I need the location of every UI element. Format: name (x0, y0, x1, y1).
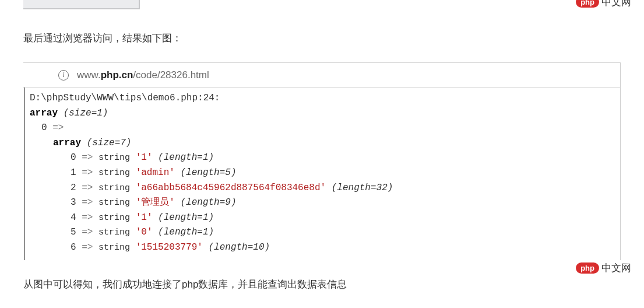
outer-array: array (size=1) (30, 106, 620, 121)
php-badge-icon: php (576, 0, 599, 8)
outer-index: 0 => (30, 121, 620, 136)
watermark-top: php 中文网 (576, 0, 631, 9)
url-prefix: www. (77, 69, 101, 80)
browser-url-bar: i www.php.cn/code/28326.html (23, 63, 620, 88)
intro-paragraph: 最后通过浏览器访问，结果如下图： (23, 32, 644, 45)
url-domain: php.cn (101, 69, 133, 80)
dump-row: 1 => string 'admin' (length=5) (30, 166, 620, 181)
bottom-paragraph: 从图中可以得知，我们成功地连接了php数据库，并且能查询出数据表信息 (23, 278, 644, 291)
dump-row: 2 => string 'a66abb5684c45962d887564f083… (30, 181, 620, 196)
info-icon: i (58, 70, 69, 80)
image-placeholder (23, 0, 140, 9)
dump-row: 0 => string '1' (length=1) (30, 150, 620, 166)
php-badge-icon: php (576, 262, 599, 274)
var-dump-output: D:\phpStudy\WWW\tips\demo6.php:24: array… (24, 88, 620, 260)
screenshot-figure: i www.php.cn/code/28326.html D:\phpStudy… (23, 62, 621, 260)
url-display: www.php.cn/code/28326.html (77, 69, 209, 81)
file-path: D:\phpStudy\WWW\tips\demo6.php:24: (30, 91, 620, 106)
dump-row: 6 => string '1515203779' (length=10) (30, 240, 620, 256)
watermark-text: 中文网 (601, 261, 631, 275)
dump-row: 5 => string '0' (length=1) (30, 225, 620, 240)
inner-array: array (size=7) (30, 136, 620, 151)
dump-row: 3 => string '管理员' (length=9) (30, 195, 620, 211)
dump-row: 4 => string '1' (length=1) (30, 211, 620, 226)
watermark-bottom: php 中文网 (576, 261, 631, 275)
url-path: /code/28326.html (133, 69, 209, 80)
watermark-text: 中文网 (601, 0, 631, 9)
